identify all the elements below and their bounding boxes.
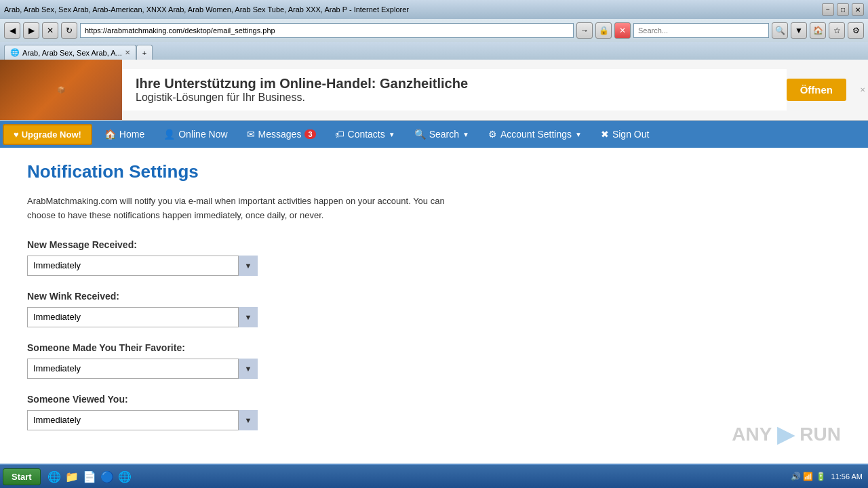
nav-contacts-label: Contacts — [348, 129, 385, 140]
search-chevron-icon: ▼ — [462, 131, 469, 138]
sign-out-x-icon: ✖ — [601, 129, 609, 140]
nav-home-label: Home — [119, 129, 144, 140]
heart-icon: ♥ — [14, 129, 19, 140]
restore-button[interactable]: □ — [837, 3, 849, 16]
messages-badge: 3 — [304, 129, 315, 139]
nav-home[interactable]: 🏠 Home — [95, 121, 154, 148]
close-window-button[interactable]: ✕ — [852, 3, 864, 16]
browser-tabbar: 🌐 Arab, Arab Sex, Sex Arab, A... ✕ + — [0, 42, 868, 60]
favorite-select-wrapper: Immediately Once Daily Never ▼ — [27, 359, 258, 379]
nav-account-settings-label: Account Settings — [500, 129, 572, 140]
browser-title: Arab, Arab Sex, Sex Arab, Arab-American,… — [4, 5, 409, 14]
upgrade-label: Upgrade Now! — [22, 129, 81, 140]
nav-account-settings[interactable]: ⚙ Account Settings ▼ — [479, 121, 591, 148]
page-title: Notification Settings — [27, 161, 448, 182]
browser-window-controls: − □ ✕ — [822, 3, 864, 16]
url-text: https://arabmatchmaking.com/desktop/emai… — [85, 26, 569, 35]
stop-x-button[interactable]: ✕ — [614, 22, 631, 39]
viewed-form-group: Someone Viewed You: Immediately Once Dai… — [27, 394, 448, 430]
new-message-form-group: New Message Received: Immediately Once D… — [27, 239, 448, 276]
refresh-button[interactable]: ↻ — [61, 22, 77, 39]
browser-tab[interactable]: 🌐 Arab, Arab Sex, Sex Arab, A... ✕ — [4, 45, 136, 60]
anyrun-watermark: ANY ▶ RUN — [732, 422, 841, 447]
nav-sign-out-label: Sign Out — [612, 129, 649, 140]
minimize-button[interactable]: − — [822, 3, 834, 16]
viewed-select[interactable]: Immediately Once Daily Never — [27, 410, 258, 430]
anyrun-run-text: RUN — [800, 424, 841, 445]
security-icon: 🔒 — [595, 22, 612, 39]
nav-search-label: Search — [429, 129, 459, 140]
nav-contacts[interactable]: 🏷 Contacts ▼ — [326, 121, 405, 148]
favorites-button[interactable]: ☆ — [829, 22, 845, 39]
messages-icon: ✉ — [247, 129, 255, 140]
contacts-icon: 🏷 — [335, 129, 344, 140]
new-tab-button[interactable]: + — [136, 45, 153, 60]
ad-close-button[interactable]: ✕ — [860, 86, 865, 94]
main-content: Notification Settings ArabMatchmaking.co… — [0, 148, 475, 459]
ad-banner: 📦 Ihre Unterstützung im Online-Handel: G… — [0, 60, 868, 121]
navbar: ♥ Upgrade Now! 🏠 Home 👤 Online Now ✉ Mes… — [0, 121, 868, 148]
account-settings-chevron-icon: ▼ — [575, 131, 582, 138]
new-wink-form-group: New Wink Received: Immediately Once Dail… — [27, 291, 448, 327]
tools-button[interactable]: ⚙ — [848, 22, 864, 39]
forward-button[interactable]: ▶ — [23, 22, 39, 39]
ad-button[interactable]: Öffnen — [787, 79, 846, 101]
nav-online-now-label: Online Now — [178, 129, 227, 140]
ad-subtitle: Logistik-Lösungen für Ihr Business. — [136, 92, 773, 104]
nav-sign-out[interactable]: ✖ Sign Out — [591, 121, 658, 148]
search-dropdown-button[interactable]: ▼ — [791, 22, 807, 39]
new-message-select-wrapper: Immediately Once Daily Never ▼ — [27, 256, 258, 276]
ad-content: Ihre Unterstützung im Online-Handel: Gan… — [122, 69, 787, 110]
new-message-label: New Message Received: — [27, 239, 448, 250]
browser-search-input[interactable] — [633, 23, 769, 38]
favorite-form-group: Someone Made You Their Favorite: Immedia… — [27, 342, 448, 379]
browser-search-button[interactable]: 🔍 — [772, 22, 788, 39]
tab-close-button[interactable]: ✕ — [125, 49, 130, 56]
favorite-select[interactable]: Immediately Once Daily Never — [27, 359, 258, 379]
nav-messages[interactable]: ✉ Messages 3 — [237, 121, 326, 148]
nav-messages-label: Messages — [258, 129, 302, 140]
viewed-select-wrapper: Immediately Once Daily Never ▼ — [27, 410, 258, 430]
anyrun-text: ANY — [732, 424, 772, 445]
new-wink-label: New Wink Received: — [27, 291, 448, 302]
ad-image: 📦 — [0, 60, 122, 121]
gear-icon: ⚙ — [488, 129, 497, 140]
nav-search[interactable]: 🔍 Search ▼ — [405, 121, 479, 148]
search-icon: 🔍 — [414, 129, 426, 140]
new-wink-select[interactable]: Immediately Once Daily Never — [27, 307, 258, 327]
tab-label: Arab, Arab Sex, Sex Arab, A... — [22, 49, 122, 57]
contacts-chevron-icon: ▼ — [389, 131, 395, 138]
address-bar[interactable]: https://arabmatchmaking.com/desktop/emai… — [80, 23, 574, 38]
browser-titlebar: Arab, Arab Sex, Sex Arab, Arab-American,… — [0, 0, 868, 19]
stop-button[interactable]: ✕ — [42, 22, 58, 39]
person-icon: 👤 — [163, 129, 175, 140]
go-button[interactable]: → — [576, 22, 593, 39]
nav-online-now[interactable]: 👤 Online Now — [154, 121, 237, 148]
favorite-label: Someone Made You Their Favorite: — [27, 342, 448, 353]
new-message-select[interactable]: Immediately Once Daily Never — [27, 256, 258, 276]
viewed-label: Someone Viewed You: — [27, 394, 448, 405]
back-button[interactable]: ◀ — [4, 22, 20, 39]
anyrun-play-icon: ▶ — [777, 422, 794, 447]
ad-title: Ihre Unterstützung im Online-Handel: Gan… — [136, 76, 773, 92]
new-wink-select-wrapper: Immediately Once Daily Never ▼ — [27, 307, 258, 327]
home-icon: 🏠 — [104, 129, 116, 140]
browser-toolbar: ◀ ▶ ✕ ↻ https://arabmatchmaking.com/desk… — [0, 19, 868, 42]
page-description: ArabMatchmaking.com will notify you via … — [27, 195, 448, 223]
upgrade-now-button[interactable]: ♥ Upgrade Now! — [3, 124, 92, 145]
home-nav-button[interactable]: 🏠 — [810, 22, 826, 39]
